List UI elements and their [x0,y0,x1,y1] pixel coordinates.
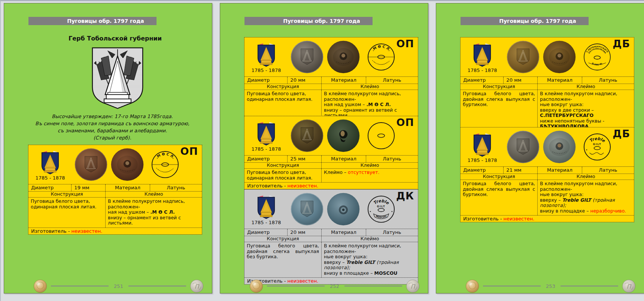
construction-text: Пуговица белого цвета, одинарная плоская… [244,90,321,120]
manufacturer-label: Изготовитель - [31,228,72,234]
caption-line: Въ синем поле, золотая пирамида съ воинс… [17,120,208,127]
stamp-drawing [367,42,396,72]
page-header-title: Пуговицы обр. 1797 года [499,18,576,24]
page-251: Пуговицы обр. 1797 года Герб Тобольской … [4,3,212,294]
diameter-label: Диаметр [244,77,287,84]
page-title: Герб Тобольской губернии [28,35,202,42]
coat-of-arms-block: 1785 - 1878 [461,131,504,163]
stamp-text: В клейме полукругом надпись, расположен-… [321,90,418,120]
page-header-bar: Пуговицы обр. 1797 года [28,17,157,25]
button-back-photo [326,192,361,226]
coat-of-arms-block: 1785 - 1878 [461,41,504,73]
footer-rule [267,286,325,286]
section-header-row: Конструкция Клеймо [244,236,418,242]
section-header-row: Конструкция Клеймо [244,84,418,90]
table-images-row: 1785 - 1878 ДБ [461,127,634,166]
stamp-text: В клейме полукругом надпись, расположен-… [105,198,202,228]
diameter-value: 20 мм [287,229,321,236]
manufacturer-row: Изготовитель - неизвестен. [244,182,418,189]
stamp-header: Клеймо [537,174,634,180]
construction-text: Пуговица белого цвета, двойная слегка вы… [461,180,537,215]
button-back-photo [542,40,577,74]
manufacturer-value: неизвестен. [288,183,319,189]
coat-of-arms-icon [257,42,275,67]
years-range: 1785 - 1878 [461,67,504,73]
button-front-photo [290,118,324,153]
description-row: Пуговица белого цвета, двойная слегка вы… [244,242,418,277]
button-table: 1785 - 1878 ДК Диаметр 20 мм Материал [244,189,418,285]
type-code: ДБ [613,128,630,139]
material-label: Материал [105,184,150,191]
stamp-header: Клеймо [321,84,418,90]
dimensions-row: Диаметр 20 мм Материал Латунь [244,76,418,84]
page-header-bar: Пуговицы обр. 1797 года [244,17,373,25]
stamp-drawing [583,42,612,72]
coat-of-arms-block: 1785 - 1878 [244,120,288,152]
manufacturer-row: Изготовитель - неизвестен. [28,228,202,234]
coat-of-arms-icon [257,121,275,146]
stamp-drawing [367,121,396,150]
section-header-row: Конструкция Клеймо [461,174,634,180]
material-value: Латунь [366,156,418,162]
table-images-row: 1785 - 1878 ОП [28,145,202,184]
table-images-row: 1785 - 1878 ДК [244,190,418,229]
manufacturer-row: Изготовитель - неизвестен. [461,215,634,222]
material-value: Латунь [366,229,418,236]
page-footer: 251 П [4,278,213,294]
years-range: 1785 - 1878 [244,67,288,73]
manufacturer-label: Изготовитель - [247,183,288,189]
type-code: ОП [180,145,198,157]
material-value: Латунь [582,167,634,174]
coat-of-arms-icon [257,195,275,219]
page-253: Пуговицы обр. 1797 года 1785 - 1878 ДБ [436,3,644,294]
button-back-photo [542,130,577,164]
gold-button-icon [33,279,47,293]
diameter-label: Диаметр [28,184,71,191]
button-back-photo [110,147,145,182]
footer-rule [561,286,618,286]
button-front-photo [506,130,540,164]
description-row: Пуговица белого цвета, одинарная плоская… [244,90,418,120]
button-front-photo [290,40,324,74]
page-number: 253 [546,283,555,289]
construction-header: Конструкция [244,163,321,168]
page-footer: 252 П [220,278,429,294]
diameter-value: 20 мм [287,77,321,84]
button-front-photo [506,40,540,74]
diameter-value: 20 мм [503,77,537,84]
type-code: ДК [396,190,414,202]
stamp-header: Клеймо [537,84,634,90]
caption-line: Высочайше утвержден: 17-го Марта 1785год… [17,113,208,120]
diameter-value: 25 мм [287,156,321,162]
button-table: 1785 - 1878 ОП Диаметр 25 мм Материал [244,116,418,189]
coat-of-arms-icon [473,132,491,157]
page-header-title: Пуговицы обр. 1797 года [283,18,360,24]
diameter-label: Диаметр [461,167,503,174]
description-row: Пуговица белого цвета, одинарная плоская… [28,197,202,228]
stamp-header: Клеймо [321,236,418,242]
stamp-drawing [151,150,180,179]
page-252: Пуговицы обр. 1797 года 1785 - 1878 ОП [220,3,428,294]
table-images-row: 1785 - 1878 ОП [244,37,418,76]
diameter-label: Диаметр [461,77,503,84]
material-label: Материал [321,229,366,236]
material-value: Латунь [366,77,418,84]
material-label: Материал [537,77,582,84]
caption-line: (Старый герб). [17,134,208,141]
years-range: 1785 - 1878 [28,175,72,181]
material-label: Материал [321,156,366,162]
construction-header: Конструкция [244,236,321,242]
diameter-value: 19 мм [71,184,105,191]
stamp-drawing [367,195,396,224]
table-images-row: 1785 - 1878 ДБ [461,37,634,76]
years-range: 1785 - 1878 [244,220,288,225]
material-value: Латунь [150,184,202,191]
gold-button-icon [249,279,263,293]
dimensions-row: Диаметр 20 мм Материал Латунь [244,229,418,236]
table-images-row: 1785 - 1878 ОП [244,116,418,155]
button-front-photo [74,147,108,182]
silver-button-icon: П [406,279,420,293]
type-code: ОП [396,38,414,49]
coat-of-arms-icon [473,42,491,67]
stamp-text: В клейме полукругом надписи, расположен-… [537,180,634,215]
